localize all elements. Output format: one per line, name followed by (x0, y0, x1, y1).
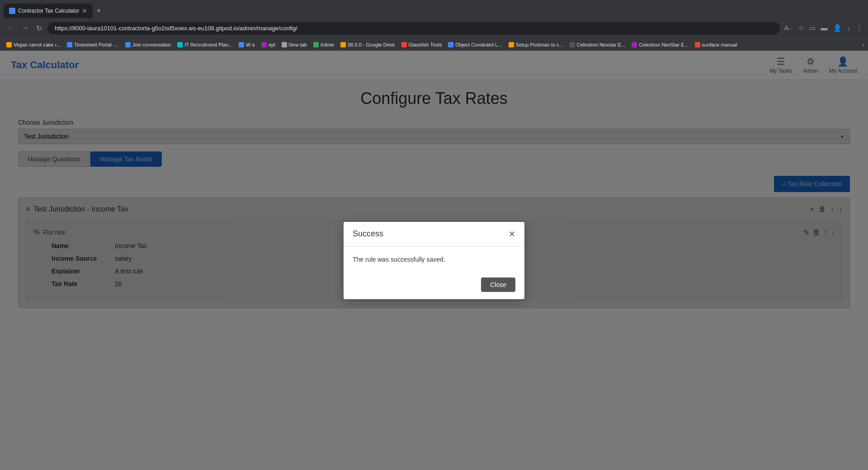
app-container: Tax Calculator ☰ My Tasks ⚙ Admin 👤 My A… (0, 51, 868, 470)
toolbar-icons: A₋ ☆ ▭ ▬ 👤 ↓ ⋮ (784, 24, 863, 32)
bookmark-object[interactable]: Object Constraint L... (445, 41, 505, 48)
bookmark-celestron2[interactable]: Celestron NexStar E... (629, 41, 691, 48)
bookmark-favicon (695, 42, 700, 47)
bookmark-join[interactable]: Join conversation (123, 41, 174, 48)
success-modal: Success ✕ The rule was successfully save… (344, 222, 524, 299)
bookmark-sunface[interactable]: sunface manual (692, 41, 740, 48)
refresh-button[interactable]: ↻ (34, 22, 44, 34)
bookmark-label: Celestron Nexstar E... (577, 42, 626, 47)
bookmark-label: Timesheet Portal -... (74, 42, 119, 47)
more-icon[interactable]: ⋮ (856, 24, 863, 32)
bookmark-label: 08.0.0 - Google Drive (348, 42, 395, 47)
extensions-icon[interactable]: ▬ (821, 24, 828, 32)
bookmark-epl[interactable]: epl (259, 41, 278, 48)
bookmark-label: Glassfish Tools (409, 42, 442, 47)
bookmarks-more-button[interactable]: › (862, 41, 864, 48)
modal-title: Success (353, 229, 383, 239)
tab-favicon (9, 8, 15, 14)
bookmark-label: New tab (289, 42, 307, 47)
bookmark-label: Intime (321, 42, 334, 47)
modal-message: The rule was successfully saved. (353, 256, 515, 263)
bookmark-label: Celestron NexStar E... (639, 42, 688, 47)
bookmark-it[interactable]: IT Recruitment Plan... (175, 41, 235, 48)
back-button[interactable]: ← (5, 22, 16, 34)
bookmark-favicon (509, 42, 514, 47)
bookmark-glassfish[interactable]: Glassfish Tools (399, 41, 445, 48)
new-tab-button[interactable]: + (93, 6, 105, 16)
bookmark-vegan[interactable]: Vegan carrot cake r... (4, 41, 63, 48)
bookmark-label: epl (269, 42, 275, 47)
profile-icon[interactable]: 👤 (833, 24, 842, 32)
bookmark-label: Object Constraint L... (455, 42, 502, 47)
modal-overlay: Success ✕ The rule was successfully save… (0, 51, 868, 470)
bookmark-label: Join conversation (132, 42, 171, 47)
bookmark-label: Setup Postman to c... (516, 42, 563, 47)
close-tab-icon[interactable]: ✕ (82, 7, 87, 14)
bookmark-favicon (401, 42, 407, 47)
bookmark-intime[interactable]: Intime (311, 41, 337, 48)
address-bar[interactable] (47, 22, 780, 34)
bookmark-celestron1[interactable]: Celestron Nexstar E... (567, 41, 628, 48)
download-icon[interactable]: ↓ (847, 24, 851, 32)
browser-chrome: Contractor Tax Calculator ✕ + ← → ↻ A₋ ☆… (0, 0, 868, 51)
forward-button[interactable]: → (20, 22, 31, 34)
bookmark-favicon (313, 42, 319, 47)
bookmark-favicon (261, 42, 267, 47)
bookmark-icon[interactable]: ☆ (798, 24, 804, 32)
browser-toolbar: ← → ↻ A₋ ☆ ▭ ▬ 👤 ↓ ⋮ (0, 18, 868, 38)
bookmark-favicon (340, 42, 346, 47)
bookmark-label: W e (246, 42, 255, 47)
modal-body: The rule was successfully saved. (344, 247, 524, 272)
tab-bar: Contractor Tax Calculator ✕ + (0, 0, 868, 18)
bookmark-favicon (177, 42, 183, 47)
bookmark-postman[interactable]: Setup Postman to c... (506, 41, 566, 48)
bookmark-favicon (67, 42, 72, 47)
bookmark-favicon (239, 42, 244, 47)
bookmark-w[interactable]: W e (236, 41, 258, 48)
bookmark-label: Vegan carrot cake r... (14, 42, 61, 47)
bookmark-gdrive[interactable]: 08.0.0 - Google Drive (338, 41, 398, 48)
bookmark-label: IT Recruitment Plan... (184, 42, 232, 47)
bookmark-favicon (570, 42, 575, 47)
bookmark-favicon (632, 42, 637, 47)
bookmarks-bar: Vegan carrot cake r... Timesheet Portal … (0, 38, 868, 51)
split-icon[interactable]: ▭ (809, 24, 816, 32)
modal-footer: Close (344, 272, 524, 299)
bookmark-label: sunface manual (702, 42, 737, 47)
bookmark-newtab[interactable]: New tab (279, 41, 310, 48)
active-tab[interactable]: Contractor Tax Calculator ✕ (4, 4, 93, 18)
close-button[interactable]: Close (481, 277, 515, 292)
bookmark-favicon (6, 42, 12, 47)
bookmark-favicon (125, 42, 131, 47)
modal-close-icon[interactable]: ✕ (509, 229, 515, 239)
bookmark-favicon (448, 42, 453, 47)
tab-title: Contractor Tax Calculator (18, 8, 79, 14)
bookmark-timesheet[interactable]: Timesheet Portal -... (64, 41, 122, 48)
modal-header: Success ✕ (344, 222, 524, 247)
bookmark-favicon (282, 42, 287, 47)
translate-icon[interactable]: A₋ (784, 24, 792, 32)
